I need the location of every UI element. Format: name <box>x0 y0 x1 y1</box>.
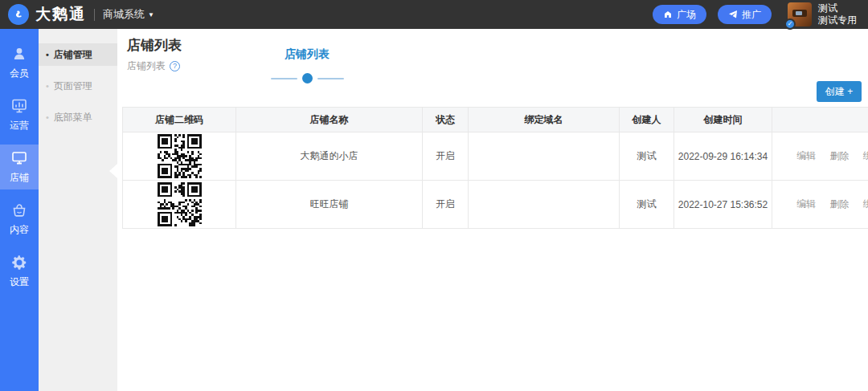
shop-status: 开启 <box>423 181 469 229</box>
page-subtitle-text: 店铺列表 <box>127 59 166 73</box>
goose-logo-icon <box>8 4 29 25</box>
table-row: 大鹅通的小店 开启 测试 2022-09-29 16:14:34 编辑 删除 绑… <box>123 132 868 181</box>
shop-name: 大鹅通的小店 <box>236 132 423 181</box>
shop-domain <box>469 132 620 181</box>
tab-indicator <box>270 73 344 83</box>
submenu-label: 页面管理 <box>54 80 92 92</box>
page-subtitle: 店铺列表 ? <box>127 59 180 73</box>
table-row: 旺旺店铺 开启 测试 2022-10-27 15:36:52 编辑 删除 绑定域… <box>123 181 868 229</box>
table-header-row: 店铺二维码 店铺名称 状态 绑定域名 创建人 创建时间 <box>123 108 868 132</box>
col-domain: 绑定域名 <box>469 108 620 132</box>
row-actions: 编辑 删除 绑定域名 <box>772 181 868 229</box>
create-button[interactable]: 创建 + <box>817 81 862 102</box>
gear-icon <box>10 254 28 271</box>
user-info[interactable]: 测试 测试专用 <box>818 2 857 26</box>
verified-badge-icon: ✓ <box>784 18 796 30</box>
submenu-label: 店铺管理 <box>54 49 92 60</box>
col-actions <box>772 108 868 132</box>
bullet-icon: • <box>46 50 49 59</box>
plaza-button[interactable]: 广场 <box>653 5 706 24</box>
sidebar-item-settings[interactable]: 设置 <box>0 249 39 294</box>
indicator-line <box>271 78 297 79</box>
col-name: 店铺名称 <box>236 108 423 132</box>
edit-link[interactable]: 编辑 <box>796 150 816 161</box>
shop-created: 2022-09-29 16:14:34 <box>674 132 772 181</box>
shop-creator: 测试 <box>620 132 674 181</box>
shop-name: 旺旺店铺 <box>236 181 423 229</box>
sidebar-item-shop[interactable]: 店铺 <box>0 145 39 189</box>
sidebar-label: 运营 <box>10 119 29 132</box>
secondary-sidebar: •店铺管理 •页面管理 •底部菜单 <box>39 29 117 391</box>
analytics-icon <box>10 97 28 115</box>
bind-domain-link[interactable]: 绑定域名 <box>863 198 868 210</box>
col-status: 状态 <box>423 108 469 132</box>
submenu-item-bottom-menu[interactable]: •底部菜单 <box>39 106 117 128</box>
row-actions: 编辑 删除 绑定域名 <box>772 132 868 181</box>
user-avatar[interactable]: ✓ <box>788 2 812 26</box>
shop-created: 2022-10-27 15:36:52 <box>674 181 772 229</box>
delete-link[interactable]: 删除 <box>830 150 850 161</box>
topbar-divider <box>94 9 95 21</box>
system-menu-dropdown[interactable]: 商城系统 ▼ <box>103 7 154 22</box>
col-created: 创建时间 <box>674 108 772 132</box>
user-org: 测试专用 <box>818 14 857 26</box>
promote-button[interactable]: 推广 <box>718 5 772 24</box>
sidebar-item-members[interactable]: 会员 <box>0 40 39 85</box>
indicator-line <box>317 78 344 79</box>
chevron-down-icon: ▼ <box>148 11 154 18</box>
top-bar: 大鹅通 商城系统 ▼ 广场 推广 ✓ 测试 测试专用 <box>0 0 868 29</box>
bullet-icon: • <box>46 81 49 91</box>
help-icon[interactable]: ? <box>170 61 180 71</box>
paper-plane-icon <box>728 10 738 19</box>
primary-sidebar: 会员 运营 店铺 内容 设置 <box>0 29 39 391</box>
plaza-button-label: 广场 <box>677 8 696 22</box>
shop-status: 开启 <box>423 132 469 181</box>
shop-creator: 测试 <box>620 181 674 229</box>
sidebar-label: 会员 <box>10 67 29 80</box>
member-icon <box>10 45 28 63</box>
bullet-icon: • <box>46 112 49 122</box>
delete-link[interactable]: 删除 <box>830 198 850 210</box>
submenu-label: 底部菜单 <box>54 112 92 123</box>
user-name: 测试 <box>818 2 857 14</box>
sidebar-item-content[interactable]: 内容 <box>0 197 39 242</box>
col-qr: 店铺二维码 <box>123 108 236 132</box>
shop-icon <box>10 149 28 167</box>
sidebar-label: 内容 <box>10 223 29 237</box>
col-creator: 创建人 <box>620 108 674 132</box>
shop-domain <box>469 181 620 229</box>
sidebar-label: 店铺 <box>10 171 29 185</box>
promote-button-label: 推广 <box>742 8 761 22</box>
qr-code-image <box>158 182 202 226</box>
brand-name: 大鹅通 <box>35 4 86 25</box>
submenu-item-page-management[interactable]: •页面管理 <box>39 75 117 97</box>
shop-table: 店铺二维码 店铺名称 状态 绑定域名 创建人 创建时间 大鹅通的小店 开启 测试… <box>122 107 868 229</box>
plaza-icon <box>663 10 673 19</box>
tab-shop-list[interactable]: 店铺列表 <box>267 47 347 62</box>
system-menu-label: 商城系统 <box>103 7 145 22</box>
indicator-dot <box>302 73 313 83</box>
edit-link[interactable]: 编辑 <box>796 198 816 210</box>
qr-code-image <box>158 134 202 178</box>
main-content: 店铺列表 店铺列表 ? 店铺列表 创建 + 店铺二维码 店铺名称 状态 绑定域名… <box>117 29 868 391</box>
basket-icon <box>10 202 28 219</box>
active-panel-notch <box>109 164 117 178</box>
page-title: 店铺列表 <box>127 36 182 55</box>
sidebar-label: 设置 <box>10 275 29 289</box>
bind-domain-link[interactable]: 绑定域名 <box>863 150 868 161</box>
submenu-item-shop-management[interactable]: •店铺管理 <box>39 43 117 66</box>
sidebar-item-operations[interactable]: 运营 <box>0 92 39 137</box>
